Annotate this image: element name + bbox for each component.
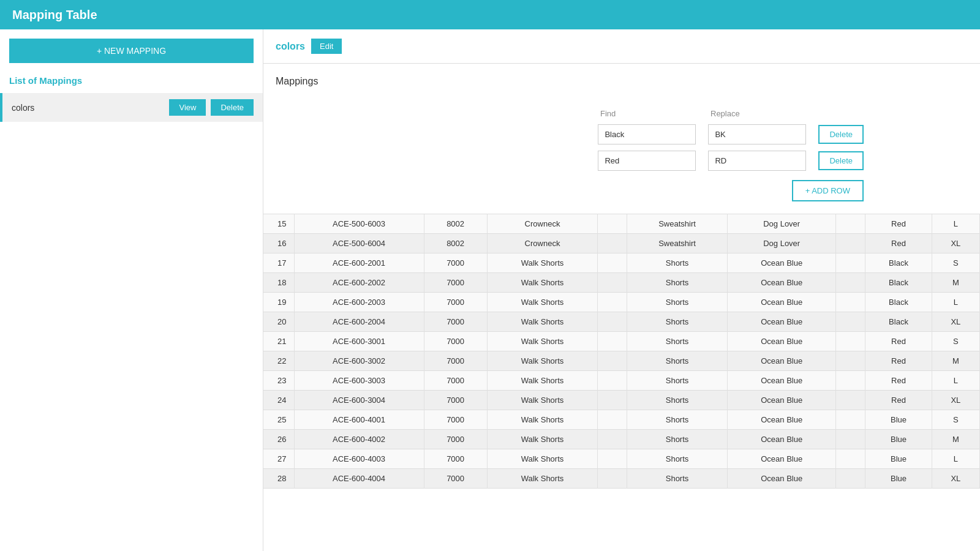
- table-body: 15ACE-500-60038002CrowneckSweatshirtDog …: [263, 214, 980, 489]
- table-row: 24ACE-600-30047000Walk ShortsShortsOcean…: [263, 391, 980, 410]
- page-title: Mapping Table: [12, 8, 97, 22]
- mapping-name-label: colors: [276, 41, 305, 52]
- new-mapping-button[interactable]: + NEW MAPPING: [9, 39, 254, 63]
- page-header: Mapping Table: [0, 0, 980, 29]
- data-table-container[interactable]: 15ACE-500-60038002CrowneckSweatshirtDog …: [263, 214, 980, 551]
- table-row: 23ACE-600-30037000Walk ShortsShortsOcean…: [263, 371, 980, 391]
- data-table: 15ACE-500-60038002CrowneckSweatshirtDog …: [263, 214, 980, 489]
- table-row: 28ACE-600-40047000Walk ShortsShortsOcean…: [263, 469, 980, 489]
- replace-input-2[interactable]: [708, 151, 806, 171]
- list-of-mappings-title: List of Mappings: [0, 72, 263, 92]
- delete-row-button-2[interactable]: Delete: [818, 151, 864, 170]
- table-row: 20ACE-600-20047000Walk ShortsShortsOcean…: [263, 312, 980, 332]
- column-labels: Find Replace: [276, 96, 968, 105]
- table-row: 21ACE-600-30017000Walk ShortsShortsOcean…: [263, 332, 980, 351]
- find-input-1[interactable]: [598, 124, 696, 144]
- table-row: 17ACE-600-20017000Walk ShortsShortsOcean…: [263, 253, 980, 273]
- find-input-2[interactable]: [598, 151, 696, 171]
- edit-mapping-button[interactable]: Edit: [311, 39, 342, 54]
- table-row: 22ACE-600-30027000Walk ShortsShortsOcean…: [263, 351, 980, 371]
- sidebar: + NEW MAPPING List of Mappings colors Vi…: [0, 29, 263, 551]
- mappings-section-title: Mappings: [276, 76, 968, 87]
- delete-mapping-button[interactable]: Delete: [211, 99, 254, 116]
- mapping-item-name: colors: [12, 103, 169, 113]
- mapping-data-row: Delete: [276, 124, 968, 144]
- table-row: 15ACE-500-60038002CrowneckSweatshirtDog …: [263, 214, 980, 234]
- main-layout: + NEW MAPPING List of Mappings colors Vi…: [0, 29, 980, 551]
- replace-input-1[interactable]: [708, 124, 806, 144]
- mapping-list-item: colors View Delete: [0, 93, 263, 122]
- table-row: 18ACE-600-20027000Walk ShortsShortsOcean…: [263, 273, 980, 293]
- table-row: 26ACE-600-40027000Walk ShortsShortsOcean…: [263, 430, 980, 449]
- table-row: 25ACE-600-40017000Walk ShortsShortsOcean…: [263, 410, 980, 430]
- delete-row-button-1[interactable]: Delete: [818, 125, 864, 144]
- content-area: colors Edit Mappings Find Replace Find R…: [263, 29, 980, 551]
- mappings-panel: Mappings Find Replace Find Replace Delet…: [263, 64, 980, 214]
- table-row: 16ACE-500-60048002CrowneckSweatshirtDog …: [263, 234, 980, 253]
- mapping-header: colors Edit: [263, 29, 980, 64]
- view-mapping-button[interactable]: View: [169, 99, 206, 116]
- replace-col-header: Replace: [710, 109, 809, 118]
- table-row: 19ACE-600-20037000Walk ShortsShortsOcean…: [263, 293, 980, 312]
- table-row: 27ACE-600-40037000Walk ShortsShortsOcean…: [263, 449, 980, 469]
- mapping-data-row: Delete: [276, 151, 968, 171]
- find-col-header: Find: [600, 109, 698, 118]
- add-row-button[interactable]: + ADD ROW: [792, 180, 864, 201]
